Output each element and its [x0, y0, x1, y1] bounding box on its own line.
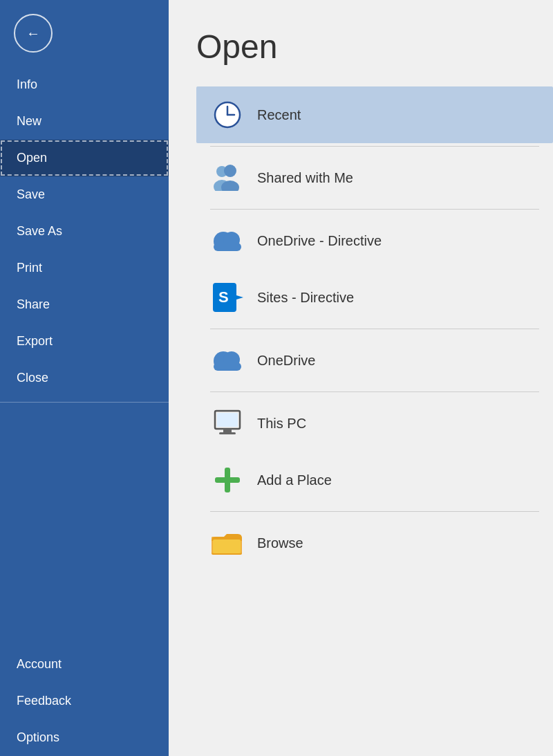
location-list: Recent Shared with Me: [196, 86, 553, 571]
location-onedrive[interactable]: OneDrive: [196, 332, 553, 389]
svg-marker-12: [236, 295, 243, 299]
back-icon: ←: [26, 26, 40, 42]
svg-rect-18: [223, 429, 232, 432]
sidebar-item-info[interactable]: Info: [0, 66, 169, 103]
onedrive-icon: [210, 343, 245, 378]
sidebar-item-feedback[interactable]: Feedback: [0, 683, 169, 719]
divider-after-sites: [210, 329, 539, 329]
location-add-place[interactable]: Add a Place: [196, 452, 553, 508]
divider-after-recent: [210, 146, 539, 147]
location-sites-directive[interactable]: S Sites - Directive: [196, 269, 553, 326]
svg-rect-15: [214, 362, 241, 371]
divider-after-shared: [210, 209, 539, 210]
nav-divider-1: [0, 402, 169, 403]
page-title: Open: [196, 28, 553, 66]
location-onedrive-directive[interactable]: OneDrive - Directive: [196, 212, 553, 269]
back-button[interactable]: ←: [14, 14, 53, 53]
divider-after-onedrive: [210, 391, 539, 392]
this-pc-label: This PC: [257, 416, 306, 432]
svg-rect-17: [217, 413, 238, 427]
main-content: Open Recent: [169, 0, 553, 756]
sidebar-item-print[interactable]: Print: [0, 250, 169, 286]
sidebar-item-export[interactable]: Export: [0, 323, 169, 360]
clock-icon: [210, 98, 245, 132]
location-shared[interactable]: Shared with Me: [196, 149, 553, 206]
location-browse[interactable]: Browse: [196, 515, 553, 571]
svg-rect-19: [219, 432, 236, 434]
recent-label: Recent: [257, 107, 301, 123]
nav-bottom: Account Feedback Options: [0, 646, 169, 756]
svg-rect-9: [214, 243, 241, 251]
sidebar: ← Info New Open Save Save As Print Share…: [0, 0, 169, 756]
sidebar-item-save[interactable]: Save: [0, 176, 169, 213]
add-place-icon: [210, 463, 245, 497]
onedrive-directive-icon: [210, 223, 245, 258]
sidebar-item-open[interactable]: Open: [0, 140, 169, 176]
onedrive-directive-label: OneDrive - Directive: [257, 233, 382, 249]
nav-spacer: [0, 408, 169, 646]
onedrive-label: OneDrive: [257, 353, 315, 369]
browse-label: Browse: [257, 535, 303, 551]
sidebar-item-share[interactable]: Share: [0, 286, 169, 323]
divider-after-add: [210, 511, 539, 512]
sidebar-item-options[interactable]: Options: [0, 719, 169, 756]
sidebar-item-account[interactable]: Account: [0, 646, 169, 683]
people-icon: [210, 160, 245, 195]
svg-point-5: [224, 165, 236, 177]
location-recent[interactable]: Recent: [196, 86, 553, 143]
shared-label: Shared with Me: [257, 170, 353, 186]
sidebar-nav: Info New Open Save Save As Print Share E…: [0, 66, 169, 756]
sidebar-item-new[interactable]: New: [0, 103, 169, 140]
svg-rect-24: [213, 540, 241, 553]
sharepoint-icon: S: [210, 280, 245, 315]
location-this-pc[interactable]: This PC: [196, 395, 553, 452]
add-place-label: Add a Place: [257, 472, 332, 488]
this-pc-icon: [210, 406, 245, 441]
sites-directive-label: Sites - Directive: [257, 290, 354, 306]
browse-icon: [210, 526, 245, 560]
svg-text:S: S: [218, 288, 229, 306]
sidebar-item-save-as[interactable]: Save As: [0, 213, 169, 250]
sidebar-item-close[interactable]: Close: [0, 360, 169, 396]
svg-rect-21: [215, 477, 240, 483]
